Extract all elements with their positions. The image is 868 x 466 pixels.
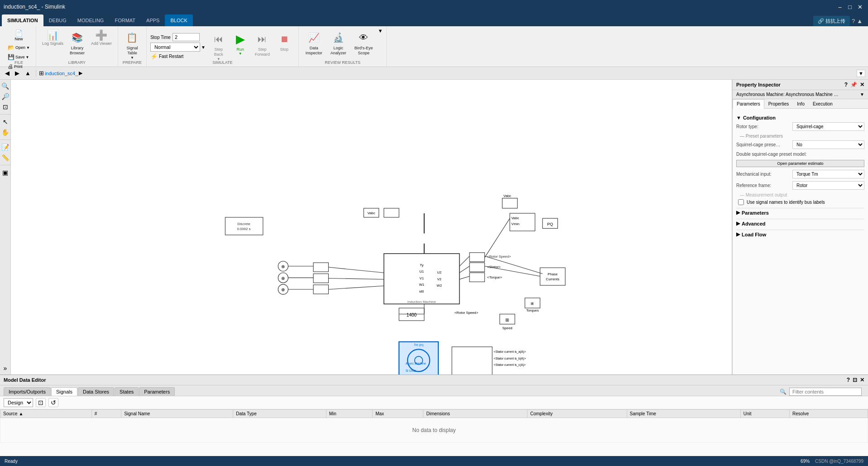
col-num[interactable]: # (91, 410, 121, 418)
stator-out[interactable] (470, 263, 484, 272)
save-dropdown-arrow[interactable]: ▼ (26, 55, 29, 59)
vabc-top-block[interactable] (502, 198, 517, 208)
block-l2[interactable] (313, 274, 328, 283)
mde-tab-data-stores[interactable]: Data Stores (78, 387, 114, 396)
breadcrumb-model-link[interactable]: induction_sc4_ (45, 71, 78, 76)
mde-tab-signals[interactable]: Signals (51, 387, 77, 396)
parameters-collapsed-section[interactable]: ▶ Parameters (736, 208, 864, 217)
rotor-type-select[interactable]: Squirrel-cage Wound (792, 122, 864, 131)
mde-tab-imports[interactable]: Imports/Outports (4, 387, 51, 396)
mde-help-icon[interactable]: ? (847, 377, 850, 383)
sidebar-annotate[interactable]: 📝 (1, 143, 10, 152)
review-expand-btn[interactable]: ▼ (378, 28, 383, 34)
mde-close-icon[interactable]: ✕ (860, 377, 864, 383)
mde-tab-states[interactable]: States (115, 387, 139, 396)
new-button[interactable]: 📄 New (5, 28, 32, 43)
mde-filter-input[interactable] (789, 388, 862, 396)
reference-frame-select[interactable]: Rotor Stationary Synchronous (792, 181, 864, 190)
torque-out[interactable] (470, 273, 484, 282)
signal-table-dropdown[interactable]: ▼ (130, 56, 134, 60)
tab-format[interactable]: FORMAT (109, 14, 141, 26)
tab-apps[interactable]: APPS (141, 14, 165, 26)
col-min[interactable]: Min (326, 410, 372, 418)
log-signals-button[interactable]: 📊 Log Signals (40, 28, 66, 47)
col-complexity[interactable]: Complexity (527, 410, 627, 418)
vc-block[interactable] (384, 208, 399, 217)
sidebar-zoom-in[interactable]: 🔍 (1, 82, 10, 91)
birds-eye-scope-button[interactable]: 👁 Bird's-Eye Scope (351, 28, 376, 58)
sidebar-measure[interactable]: 📏 (1, 153, 10, 162)
advanced-collapsed-section[interactable]: ▶ Advanced (736, 219, 864, 228)
use-signal-names-checkbox[interactable] (738, 199, 744, 205)
logic-analyzer-button[interactable]: 🔬 Logic Analyzer (327, 28, 350, 58)
prop-tab-info[interactable]: Info (793, 99, 809, 108)
open-dropdown-arrow[interactable]: ▼ (26, 46, 30, 50)
prop-tab-execution[interactable]: Execution (809, 99, 837, 108)
minimize-button[interactable]: – (835, 2, 844, 11)
mde-toggle-btn[interactable]: ⊡ (36, 398, 46, 407)
mechanical-input-select[interactable]: Torque Tm Speed w Mechanical rotational … (792, 170, 864, 178)
stop-button[interactable]: ⏹ Stop (274, 29, 295, 63)
col-dimensions[interactable]: Dimensions (423, 410, 528, 418)
squirrel-preset-select[interactable]: No Yes (792, 140, 864, 149)
sidebar-select[interactable]: ↖ (1, 117, 10, 126)
run-button[interactable]: ▶ Run ▼ (230, 29, 251, 63)
prop-block-dropdown[interactable]: ▼ (860, 92, 864, 97)
sidebar-expand[interactable]: » (1, 364, 10, 373)
online-button[interactable]: 🔗 拮抗上传 (813, 16, 850, 26)
prop-close-icon[interactable]: ✕ (860, 82, 864, 88)
prop-tab-properties[interactable]: Properties (764, 99, 793, 108)
open-param-estimator-btn[interactable]: Open parameter estimato (736, 160, 864, 167)
prop-help-icon[interactable]: ? (844, 82, 848, 88)
configuration-section-header[interactable]: ▼ Configuration (736, 115, 864, 120)
canvas-area[interactable]: Discrete 0.0002 s ⊕ ⊕ ⊕ Ty U1 V1 W1 (11, 80, 732, 375)
prop-tab-parameters[interactable]: Parameters (733, 99, 764, 109)
stator-outputs-block[interactable] (452, 347, 492, 375)
mde-tab-parameters[interactable]: Parameters (139, 387, 175, 396)
prop-pin-icon[interactable]: 📌 (850, 82, 857, 88)
sidebar-zoom-out[interactable]: 🔍 (1, 92, 10, 101)
run-dropdown[interactable]: ▼ (239, 52, 242, 56)
sidebar-pan[interactable]: ✋ (1, 128, 10, 137)
col-sample-time[interactable]: Sample Time (627, 410, 740, 418)
tab-block[interactable]: BLOCK (165, 14, 192, 26)
tab-simulation[interactable]: SIMULATION (2, 14, 43, 26)
open-button[interactable]: 📂 Open ▼ (5, 43, 32, 52)
canvas[interactable]: Discrete 0.0002 s ⊕ ⊕ ⊕ Ty U1 V1 W1 (11, 92, 732, 375)
signal-table-button[interactable]: 📋 Signal Table ▼ (122, 28, 143, 62)
col-unit[interactable]: Unit (740, 410, 789, 418)
async-machine-selected[interactable] (399, 342, 438, 375)
mde-detach-icon[interactable]: ⊡ (853, 377, 857, 383)
step-forward-button[interactable]: ⏭ Step Forward (252, 29, 273, 63)
block-l3[interactable] (313, 285, 328, 294)
ribbon-collapse-icon[interactable]: ▲ (857, 18, 863, 24)
col-max[interactable]: Max (373, 410, 423, 418)
load-flow-section-label: Load Flow (742, 232, 766, 237)
block-l1[interactable] (313, 263, 328, 272)
add-viewer-button[interactable]: ➕ Add Viewer (89, 28, 114, 47)
simulation-mode-select[interactable]: Normal Accelerator Rapid Accelerator (150, 43, 200, 52)
tab-modeling[interactable]: MODELING (72, 14, 110, 26)
mde-refresh-btn[interactable]: ↺ (48, 398, 58, 407)
phase-currents-block[interactable] (540, 268, 566, 285)
tab-debug[interactable]: DEBUG (43, 14, 72, 26)
maximize-button[interactable]: □ (845, 2, 854, 11)
col-resolve[interactable]: Resolve (790, 410, 868, 418)
ribbon-help-icon[interactable]: ? (852, 18, 855, 24)
col-data-type[interactable]: Data Type (233, 410, 326, 418)
sidebar-block[interactable]: ▣ (1, 168, 10, 177)
discrete-block[interactable] (225, 217, 263, 235)
close-button[interactable]: ✕ (855, 2, 864, 11)
data-inspector-button[interactable]: 📈 Data Inspector (302, 28, 326, 58)
col-source[interactable]: Source ▲ (0, 410, 92, 418)
sidebar-fit[interactable]: ⊡ (1, 102, 10, 111)
rotor-speed-out[interactable] (470, 253, 484, 262)
nav-dropdown[interactable]: ▼ (857, 70, 865, 77)
mde-design-select[interactable]: Design (4, 398, 33, 407)
load-flow-collapsed-section[interactable]: ▶ Load Flow (736, 230, 864, 239)
sim-mode-dropdown[interactable]: ▼ (201, 45, 206, 50)
library-browser-button[interactable]: 📚 Library Browser (67, 28, 88, 58)
col-signal-name[interactable]: Signal Name (121, 410, 233, 418)
step-back-button[interactable]: ⏮ Step Back ▼ (208, 29, 229, 63)
stop-time-input[interactable] (173, 33, 200, 41)
